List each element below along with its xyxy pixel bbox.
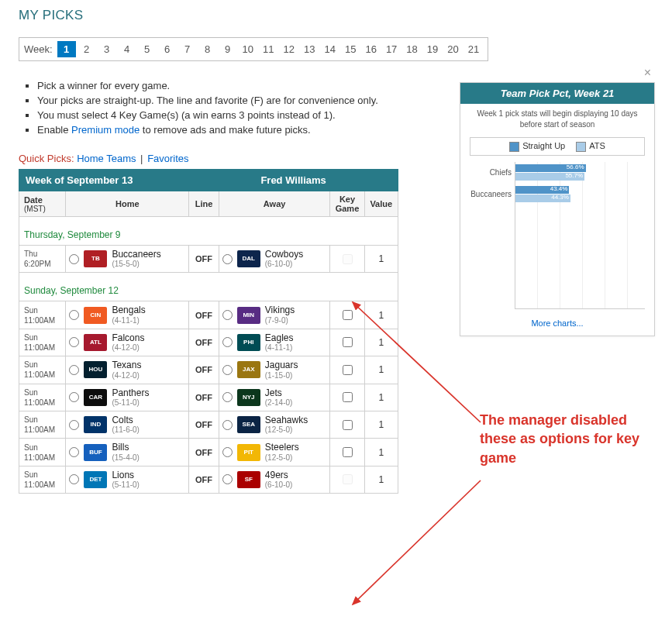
line-value: OFF bbox=[189, 301, 219, 329]
team-logo: DAL bbox=[237, 250, 260, 267]
team-record: (4-11-1) bbox=[112, 316, 145, 325]
week-18[interactable]: 18 bbox=[402, 41, 421, 57]
team-name: Texans bbox=[112, 360, 141, 370]
week-15[interactable]: 15 bbox=[341, 41, 360, 57]
game-row: Sun11:00AMHOUTexans(4-12-0)OFFJAXJaguars… bbox=[19, 356, 398, 384]
week-7[interactable]: 7 bbox=[178, 41, 197, 57]
team-name: Vikings bbox=[265, 305, 295, 315]
pick-away-radio[interactable] bbox=[222, 392, 233, 402]
key-game-checkbox[interactable] bbox=[343, 365, 353, 375]
team-name: Lions bbox=[112, 470, 140, 480]
team-name: Eagles bbox=[265, 332, 294, 343]
quick-picks-label: Quick Picks: bbox=[19, 153, 74, 164]
team-record: (15-5-0) bbox=[112, 260, 160, 269]
week-1[interactable]: 1 bbox=[57, 41, 76, 57]
team-record: (11-6-0) bbox=[112, 425, 140, 435]
close-icon[interactable]: × bbox=[644, 66, 651, 80]
line-value: OFF bbox=[189, 356, 219, 384]
chart-bar: 44.3% bbox=[515, 195, 570, 202]
pick-away-radio[interactable] bbox=[222, 310, 233, 320]
pick-home-radio[interactable] bbox=[69, 392, 79, 402]
week-19[interactable]: 19 bbox=[423, 41, 442, 57]
week-2[interactable]: 2 bbox=[78, 41, 96, 57]
line-value: OFF bbox=[189, 246, 219, 273]
key-game-checkbox[interactable] bbox=[343, 310, 353, 320]
day-heading: Thursday, September 9 bbox=[19, 217, 398, 246]
week-5[interactable]: 5 bbox=[138, 41, 157, 57]
week-label: Week: bbox=[24, 43, 53, 55]
chart-bar-label: 43.4% bbox=[550, 185, 568, 192]
team-logo: PHI bbox=[237, 334, 260, 351]
separator: | bbox=[140, 153, 143, 164]
week-17[interactable]: 17 bbox=[382, 41, 401, 57]
week-21[interactable]: 21 bbox=[464, 41, 483, 57]
game-row: Sun11:00AMATLFalcons(4-12-0)OFFPHIEagles… bbox=[19, 329, 398, 356]
week-4[interactable]: 4 bbox=[118, 41, 136, 57]
game-value: 1 bbox=[364, 329, 398, 356]
more-charts-link[interactable]: More charts... bbox=[460, 312, 654, 336]
game-time: Thu6:20PM bbox=[19, 246, 66, 273]
pick-home-radio[interactable] bbox=[69, 310, 79, 320]
pick-away-radio[interactable] bbox=[222, 337, 233, 347]
key-game-checkbox[interactable] bbox=[343, 447, 353, 457]
week-20[interactable]: 20 bbox=[443, 41, 462, 57]
team-logo: JAX bbox=[237, 361, 260, 378]
team-name: Panthers bbox=[112, 387, 149, 398]
team-logo: IND bbox=[84, 416, 107, 433]
game-row: Sun11:00AMCARPanthers(5-11-0)OFFNYJJets(… bbox=[19, 384, 398, 411]
pick-away-radio[interactable] bbox=[222, 254, 233, 264]
key-game-checkbox[interactable] bbox=[343, 392, 353, 402]
week-13[interactable]: 13 bbox=[300, 41, 319, 57]
team-name: Jaguars bbox=[265, 360, 298, 370]
key-game-checkbox bbox=[343, 254, 353, 264]
pick-away-radio[interactable] bbox=[222, 420, 233, 430]
week-11[interactable]: 11 bbox=[259, 41, 277, 57]
team-name: Seahawks bbox=[265, 415, 308, 425]
pick-away-radio[interactable] bbox=[222, 447, 233, 457]
week-3[interactable]: 3 bbox=[98, 41, 116, 57]
week-10[interactable]: 10 bbox=[239, 41, 257, 57]
pick-home-radio[interactable] bbox=[69, 420, 79, 430]
quick-favorites[interactable]: Favorites bbox=[147, 153, 188, 164]
pick-away-radio[interactable] bbox=[222, 365, 233, 375]
chart-category-label: Chiefs bbox=[465, 162, 512, 184]
week-12[interactable]: 12 bbox=[280, 41, 298, 57]
chart-panel: × Team Pick Pct, Week 21 Week 1 pick sta… bbox=[460, 82, 655, 336]
chart-bar-label: 55.7% bbox=[565, 172, 583, 179]
col-home: Home bbox=[66, 191, 189, 217]
quick-home-teams[interactable]: Home Teams bbox=[77, 153, 136, 164]
team-logo: SEA bbox=[237, 416, 260, 433]
week-14[interactable]: 14 bbox=[320, 41, 339, 57]
team-record: (4-12-0) bbox=[112, 343, 144, 353]
game-value: 1 bbox=[364, 439, 398, 466]
key-game-checkbox[interactable] bbox=[343, 337, 353, 347]
team-record: (7-9-0) bbox=[265, 316, 295, 325]
week-9[interactable]: 9 bbox=[219, 41, 237, 57]
team-name: Steelers bbox=[265, 442, 299, 453]
annotation-text: The manager disabled these as options fo… bbox=[480, 411, 650, 467]
team-logo: NYJ bbox=[237, 389, 260, 406]
chart-category-label: Buccaneers bbox=[465, 184, 512, 205]
pick-home-radio[interactable] bbox=[69, 365, 79, 375]
week-16[interactable]: 16 bbox=[361, 41, 380, 57]
line-value: OFF bbox=[189, 439, 219, 466]
team-logo: CAR bbox=[84, 389, 107, 406]
pick-away-radio[interactable] bbox=[222, 474, 233, 484]
pick-home-radio[interactable] bbox=[69, 337, 79, 347]
team-name: 49ers bbox=[265, 470, 293, 480]
pick-home-radio[interactable] bbox=[69, 447, 79, 457]
pick-home-radio[interactable] bbox=[69, 254, 79, 264]
chart-note: Week 1 pick stats will begin displaying … bbox=[460, 104, 654, 134]
week-6[interactable]: 6 bbox=[158, 41, 177, 57]
team-record: (5-11-0) bbox=[112, 398, 149, 408]
week-8[interactable]: 8 bbox=[198, 41, 217, 57]
premium-mode-link[interactable]: Premium mode bbox=[71, 124, 140, 136]
week-selector: Week: 123456789101112131415161718192021 bbox=[19, 37, 488, 61]
key-game-checkbox[interactable] bbox=[343, 420, 353, 430]
chart-bar-label: 44.3% bbox=[551, 194, 569, 201]
pick-home-radio[interactable] bbox=[69, 474, 79, 484]
team-name: Cowboys bbox=[265, 249, 303, 260]
team-logo: MIN bbox=[237, 307, 260, 324]
team-record: (6-10-0) bbox=[265, 480, 293, 490]
game-time: Sun11:00AM bbox=[19, 329, 66, 356]
